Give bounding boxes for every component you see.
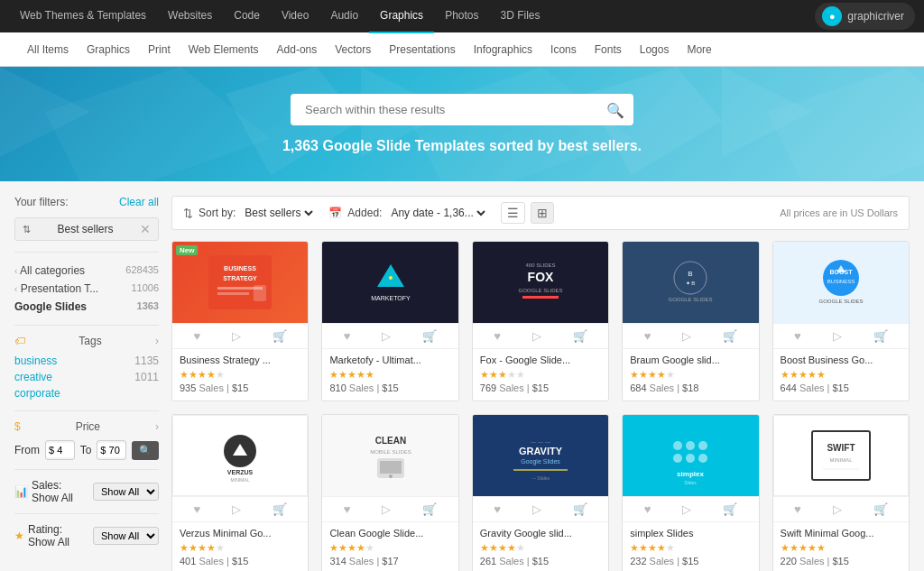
nav-websites[interactable]: Websites bbox=[157, 0, 223, 33]
subnav-web-elements[interactable]: Web Elements bbox=[180, 32, 268, 67]
top-navigation: Web Themes & Templates Websites Code Vid… bbox=[0, 0, 924, 32]
cart-btn-6[interactable]: 🛒 bbox=[273, 502, 287, 516]
nav-code[interactable]: Code bbox=[223, 0, 271, 33]
product-card-1[interactable]: New BUSINESS STRATEGY ♥ ▷ 🛒 bbox=[171, 241, 309, 401]
product-card-2[interactable]: MARKETOFY ♥ ▷ 🛒 Marketofy - Ultimat... ★… bbox=[321, 241, 458, 401]
svg-text:Google Slides: Google Slides bbox=[521, 458, 560, 465]
product-stars-8: ★★★★★ bbox=[480, 542, 601, 554]
nav-graphics[interactable]: Graphics bbox=[369, 0, 434, 33]
preview-btn-2[interactable]: ▷ bbox=[382, 329, 391, 343]
date-select[interactable]: Any date - 1,36... bbox=[387, 206, 488, 220]
sort-select[interactable]: Best sellers bbox=[241, 206, 316, 220]
preview-btn-3[interactable]: ▷ bbox=[532, 329, 541, 343]
from-label: From bbox=[14, 444, 40, 456]
nav-photos[interactable]: Photos bbox=[434, 0, 489, 33]
favorite-btn-10[interactable]: ♥ bbox=[794, 502, 801, 516]
subnav-infographics[interactable]: Infographics bbox=[465, 32, 541, 67]
search-button[interactable]: 🔍 bbox=[606, 101, 624, 118]
price-go-button[interactable]: 🔍 bbox=[132, 441, 159, 460]
preview-btn-4[interactable]: ▷ bbox=[682, 329, 691, 343]
preview-btn-7[interactable]: ▷ bbox=[382, 502, 391, 516]
cart-btn-10[interactable]: 🛒 bbox=[873, 502, 888, 516]
product-card-4[interactable]: B ✦ B GOOGLE SLIDES ♥ ▷ 🛒 Braum Google s… bbox=[622, 241, 759, 401]
subnav-print[interactable]: Print bbox=[139, 32, 180, 67]
product-card-5[interactable]: BOOST BUSINESS GOOGLE SLIDES ♥ ▷ 🛒 Boost… bbox=[772, 241, 910, 401]
cart-btn-3[interactable]: 🛒 bbox=[573, 329, 587, 343]
preview-btn-1[interactable]: ▷ bbox=[232, 329, 241, 343]
category-google-slides[interactable]: Google Slides 1363 bbox=[14, 298, 159, 316]
cart-btn-2[interactable]: 🛒 bbox=[422, 329, 437, 343]
nav-audio[interactable]: Audio bbox=[319, 0, 369, 33]
rating-select[interactable]: Show All bbox=[93, 527, 159, 545]
product-card-6[interactable]: VERZUS MINIMAL ♥ ▷ 🛒 Verzus Minimal Go..… bbox=[171, 414, 309, 571]
sales-select[interactable]: Show All bbox=[93, 483, 159, 501]
product-card-7[interactable]: CLEAN MOBILE SLIDES ♥ ▷ 🛒 Clean Google S… bbox=[321, 414, 458, 571]
category-presentation-count: 11006 bbox=[131, 282, 159, 295]
cart-btn-8[interactable]: 🛒 bbox=[573, 502, 587, 516]
favorite-btn-8[interactable]: ♥ bbox=[494, 502, 501, 516]
tag-creative[interactable]: creative 1011 bbox=[14, 369, 159, 385]
preview-btn-6[interactable]: ▷ bbox=[232, 502, 241, 516]
price-to-input[interactable] bbox=[97, 443, 126, 457]
cart-btn-1[interactable]: 🛒 bbox=[273, 329, 287, 343]
cart-btn-9[interactable]: 🛒 bbox=[723, 502, 737, 516]
subnav-logos[interactable]: Logos bbox=[631, 32, 679, 67]
favorite-btn-4[interactable]: ♥ bbox=[644, 329, 651, 343]
favorite-btn-9[interactable]: ♥ bbox=[644, 502, 651, 516]
tag-corporate[interactable]: corporate bbox=[14, 385, 159, 401]
price-from-input[interactable] bbox=[46, 443, 75, 457]
category-presentation[interactable]: ‹ Presentation T... 11006 bbox=[14, 280, 159, 298]
favorite-btn-7[interactable]: ♥ bbox=[344, 502, 351, 516]
subnav-all-items[interactable]: All Items bbox=[18, 32, 78, 67]
favorite-btn-6[interactable]: ♥ bbox=[193, 502, 200, 516]
product-info-8: Gravity Google slid... ★★★★★ 261 Sales |… bbox=[473, 522, 608, 571]
tag-business-label: business bbox=[14, 355, 57, 367]
product-card-8[interactable]: ⋯ ⋯ ⋯ GRAVITY Google Slides ⋯ Slides ♥ ▷… bbox=[472, 414, 609, 571]
favorite-btn-5[interactable]: ♥ bbox=[794, 329, 801, 343]
subnav-add-ons[interactable]: Add-ons bbox=[268, 32, 327, 67]
preview-btn-9[interactable]: ▷ bbox=[682, 502, 691, 516]
price-label: Price bbox=[76, 420, 100, 433]
product-img-7: CLEAN MOBILE SLIDES bbox=[322, 415, 457, 496]
tags-header[interactable]: 🏷 Tags › bbox=[14, 335, 159, 347]
product-card-9[interactable]: simplex Slides ♥ ▷ 🛒 simplex Slides ★★★★… bbox=[622, 414, 759, 571]
price-note: All prices are in US Dollars bbox=[780, 207, 898, 218]
category-all[interactable]: ‹ All categories 628435 bbox=[14, 262, 159, 280]
preview-btn-8[interactable]: ▷ bbox=[532, 502, 541, 516]
favorite-btn-2[interactable]: ♥ bbox=[344, 329, 351, 343]
favorite-btn-1[interactable]: ♥ bbox=[193, 329, 200, 343]
cart-btn-5[interactable]: 🛒 bbox=[873, 329, 888, 343]
list-view-button[interactable]: ☰ bbox=[501, 202, 525, 224]
preview-btn-10[interactable]: ▷ bbox=[833, 502, 842, 516]
subnav-graphics[interactable]: Graphics bbox=[78, 32, 139, 67]
product-img-3: 400 SLIDES FOX GOOGLE SLIDES bbox=[473, 242, 608, 323]
cart-btn-7[interactable]: 🛒 bbox=[422, 502, 437, 516]
subnav-vectors[interactable]: Vectors bbox=[326, 32, 380, 67]
nav-web-themes[interactable]: Web Themes & Templates bbox=[9, 0, 157, 33]
grid-view-button[interactable]: ⊞ bbox=[531, 202, 554, 224]
clear-all-button[interactable]: Clear all bbox=[119, 196, 159, 208]
cart-btn-4[interactable]: 🛒 bbox=[723, 329, 737, 343]
product-card-10[interactable]: SWIFT MINIMAL ♥ ▷ 🛒 Swift Minimal Goog..… bbox=[772, 414, 910, 571]
favorite-btn-3[interactable]: ♥ bbox=[494, 329, 501, 343]
subnav-more[interactable]: More bbox=[678, 32, 720, 67]
price-header[interactable]: $ Price › bbox=[14, 420, 159, 433]
to-label: To bbox=[80, 444, 92, 456]
filter-header: Your filters: Clear all bbox=[14, 196, 159, 208]
filter-remove-button[interactable]: ✕ bbox=[140, 222, 151, 236]
product-actions-4: ♥ ▷ 🛒 bbox=[623, 323, 758, 349]
nav-3d-files[interactable]: 3D Files bbox=[489, 0, 550, 33]
product-meta-6: 401 Sales | $15 bbox=[180, 556, 300, 566]
subnav-presentations[interactable]: Presentations bbox=[380, 32, 464, 67]
product-thumbnail-1: BUSINESS STRATEGY bbox=[204, 251, 276, 314]
search-input[interactable] bbox=[291, 94, 633, 125]
svg-text:GOOGLE SLIDES: GOOGLE SLIDES bbox=[518, 288, 562, 293]
svg-text:GOOGLE SLIDES: GOOGLE SLIDES bbox=[818, 299, 863, 304]
svg-point-9 bbox=[389, 276, 393, 280]
tag-business[interactable]: business 1135 bbox=[14, 353, 159, 369]
subnav-fonts[interactable]: Fonts bbox=[586, 32, 631, 67]
subnav-icons[interactable]: Icons bbox=[541, 32, 586, 67]
product-card-3[interactable]: 400 SLIDES FOX GOOGLE SLIDES ♥ ▷ 🛒 Fox -… bbox=[472, 241, 609, 401]
nav-video[interactable]: Video bbox=[271, 0, 319, 33]
preview-btn-5[interactable]: ▷ bbox=[833, 329, 842, 343]
